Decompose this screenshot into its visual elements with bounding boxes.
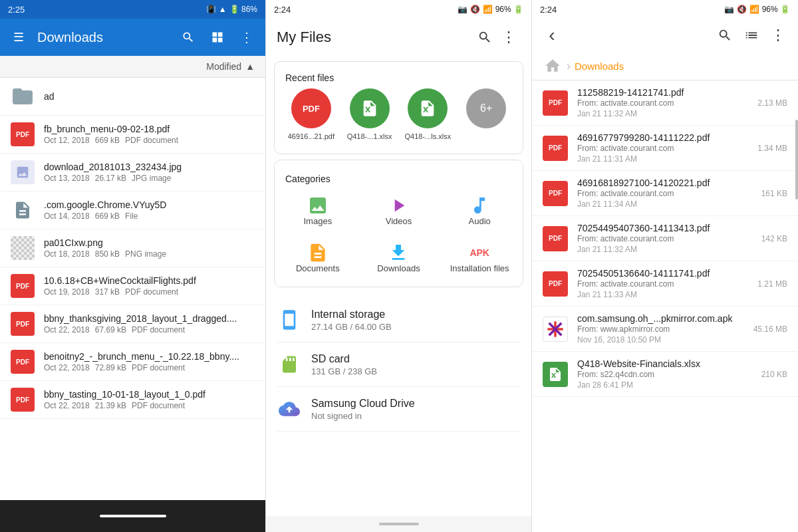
app-bar-1: ☰ Downloads ⋮ xyxy=(0,19,265,56)
file-item-bbny3[interactable]: PDF bbny_tasting_10-01-18_layout_1_0.pdf… xyxy=(0,381,265,419)
time-2: 2:24 xyxy=(274,5,291,15)
dl-icon-2: PDF xyxy=(543,136,568,161)
breadcrumb-downloads[interactable]: Downloads xyxy=(575,61,624,72)
search-button-2[interactable] xyxy=(473,25,497,49)
pdf-badge-3: PDF xyxy=(11,312,35,336)
file-meta-bbny2: Oct 22, 2018 72.89 kB PDF document xyxy=(44,363,255,372)
xlsx-icon-1 xyxy=(360,99,379,118)
downloads-icon xyxy=(388,242,409,263)
file-date-bbny2: Oct 22, 2018 xyxy=(44,363,90,372)
dl-item-apk[interactable]: com.samsung.oh_...pkmirror.com.apk From:… xyxy=(532,307,798,352)
file-item-png[interactable]: pa01CIxw.png Oct 18, 2018 850 kB PNG ima… xyxy=(0,229,265,267)
time-1: 2:25 xyxy=(8,5,25,15)
dl-info-xlsx: Q418-Website-Financials.xlsx From: s22.q… xyxy=(577,358,738,390)
dl-item-4[interactable]: PDF 70254495407360-14113413.pdf From: ac… xyxy=(532,216,798,261)
pdf-badge-dl2: PDF xyxy=(549,144,562,152)
storage-cloud[interactable]: Samsung Cloud Drive Not signed in xyxy=(277,387,521,432)
recent-icon-more: 6+ xyxy=(466,88,506,128)
downloads-panel: 2:25 📳 ▲ 🔋 86% ☰ Downloads ⋮ Modified ▲ xyxy=(0,0,266,532)
category-images[interactable]: Images xyxy=(280,190,356,231)
file-type-wine: PDF document xyxy=(125,287,178,297)
storage-internal[interactable]: Internal storage 27.14 GB / 64.00 GB xyxy=(277,298,521,342)
file-item-jpg[interactable]: download_20181013_232434.jpg Oct 13, 201… xyxy=(0,154,265,192)
file-item-fb-brunch[interactable]: PDF fb_brunch_menu-09-02-18.pdf Oct 12, … xyxy=(0,116,265,154)
file-meta-chrome: Oct 14, 2018 669 kB File xyxy=(44,211,255,221)
file-date-bbny1: Oct 22, 2018 xyxy=(44,325,90,334)
dl-item-5[interactable]: PDF 70254505136640-14111741.pdf From: ac… xyxy=(532,261,798,307)
dl-item-3[interactable]: PDF 46916818927100-14120221.pdf From: ac… xyxy=(532,171,798,216)
cloud-drive-name: Samsung Cloud Drive xyxy=(311,398,521,410)
category-documents[interactable]: Documents xyxy=(280,237,356,279)
file-info-ad: ad xyxy=(44,91,255,102)
pdf-icon-5: PDF xyxy=(11,388,35,412)
dl-size-5: 1.21 MB xyxy=(747,279,787,289)
internal-storage-icon xyxy=(277,307,302,332)
category-label-documents: Documents xyxy=(296,263,340,273)
more-button-3[interactable]: ⋮ xyxy=(766,23,790,47)
app-title-1: Downloads xyxy=(37,30,170,45)
list-view-button[interactable] xyxy=(739,23,763,47)
file-name-fb-brunch: fb_brunch_menu-09-02-18.pdf xyxy=(44,124,255,134)
file-item-bbny2[interactable]: PDF benoitny2_-_brunch_menu_-_10.22.18_b… xyxy=(0,343,265,381)
dl-size-4: 142 KB xyxy=(747,234,787,243)
folder-icon-ad xyxy=(11,84,35,108)
menu-button[interactable]: ☰ xyxy=(8,27,29,48)
videos-icon xyxy=(388,195,409,216)
wifi-icon: ▲ xyxy=(219,5,227,14)
pdf-icon-3: PDF xyxy=(11,312,35,336)
pdf-icon-2: PDF xyxy=(11,274,35,298)
sd-card-sub: 131 GB / 238 GB xyxy=(311,366,521,376)
cloud-drive-icon xyxy=(279,398,300,420)
pdf-badge-dl4: PDF xyxy=(549,235,562,242)
file-info-wine: 10.6.18+CB+WineCocktailFlights.pdf Oct 1… xyxy=(44,275,255,297)
file-item-bbny1[interactable]: PDF bbny_thanksgiving_2018_layout_1_drag… xyxy=(0,305,265,343)
search-icon-3 xyxy=(718,28,732,43)
status-icons-2: 📷 🔇 📶 96% 🔋 xyxy=(458,5,523,14)
category-apk[interactable]: APK Installation files xyxy=(442,237,517,279)
recent-file-xlsx1[interactable]: Q418-...1.xlsx xyxy=(344,88,396,140)
recent-file-xlsx2[interactable]: Q418-...ls.xlsx xyxy=(402,88,454,140)
apk-icon: APK xyxy=(469,242,490,263)
signal-icon: 📳 xyxy=(206,5,216,14)
grid-view-button[interactable] xyxy=(207,27,228,48)
dl-item-xlsx[interactable]: Q418-Website-Financials.xlsx From: s22.q… xyxy=(532,352,798,397)
category-videos[interactable]: Videos xyxy=(361,190,437,231)
search-button-1[interactable] xyxy=(178,27,199,48)
more-button-2[interactable]: ⋮ xyxy=(497,25,521,49)
pdf-icon-1: PDF xyxy=(11,122,35,146)
back-button[interactable]: ‹ xyxy=(540,23,564,47)
file-info-bbny2: benoitny2_-_brunch_menu_-_10.22.18_bbny.… xyxy=(44,351,255,372)
file-type-chrome: File xyxy=(125,211,138,221)
more-button-1[interactable]: ⋮ xyxy=(236,27,257,48)
breadcrumb-separator: › xyxy=(567,59,571,73)
dl-size-1: 2.13 MB xyxy=(747,98,787,108)
dl-meta-3: Jan 21 11:34 AM xyxy=(577,200,738,209)
file-type-jpg: JPG image xyxy=(132,174,171,183)
file-item-chrome[interactable]: .com.google.Chrome.VYuy5D Oct 14, 2018 6… xyxy=(0,192,265,229)
sd-card-name: SD card xyxy=(311,353,521,365)
file-item-folder-ad[interactable]: ad xyxy=(0,78,265,116)
dl-item-2[interactable]: PDF 46916779799280-14111222.pdf From: ac… xyxy=(532,126,798,171)
category-downloads[interactable]: Downloads xyxy=(361,237,437,279)
file-name-bbny1: bbny_thanksgiving_2018_layout_1_dragged.… xyxy=(44,313,255,324)
file-info-png: pa01CIxw.png Oct 18, 2018 850 kB PNG ima… xyxy=(44,237,255,259)
recent-file-pdf1[interactable]: PDF 46916...21.pdf xyxy=(285,88,337,140)
dl-name-apk: com.samsung.oh_...pkmirror.com.apk xyxy=(577,313,738,324)
home-folder-icon xyxy=(543,56,563,76)
recent-icon-xlsx2 xyxy=(408,88,448,128)
dl-item-1[interactable]: PDF 112588219-14121741.pdf From: activat… xyxy=(532,80,798,126)
status-icons-3: 📷 🔇 📶 96% 🔋 xyxy=(724,5,790,14)
file-name-wine: 10.6.18+CB+WineCocktailFlights.pdf xyxy=(44,275,255,286)
storage-sd[interactable]: SD card 131 GB / 238 GB xyxy=(277,342,521,387)
dl-source-2: From: activate.courant.com xyxy=(577,144,738,153)
pdf-badge-dl1: PDF xyxy=(549,99,562,106)
home-icon xyxy=(544,57,561,74)
search-button-3[interactable] xyxy=(713,23,737,47)
time-3: 2:24 xyxy=(540,5,557,15)
recent-file-more[interactable]: 6+ xyxy=(460,88,512,140)
sort-label[interactable]: Modified xyxy=(206,61,241,72)
dl-icon-3: PDF xyxy=(543,181,568,206)
category-audio[interactable]: Audio xyxy=(442,190,517,231)
documents-icon xyxy=(307,242,329,263)
file-item-wine[interactable]: PDF 10.6.18+CB+WineCocktailFlights.pdf O… xyxy=(0,267,265,305)
